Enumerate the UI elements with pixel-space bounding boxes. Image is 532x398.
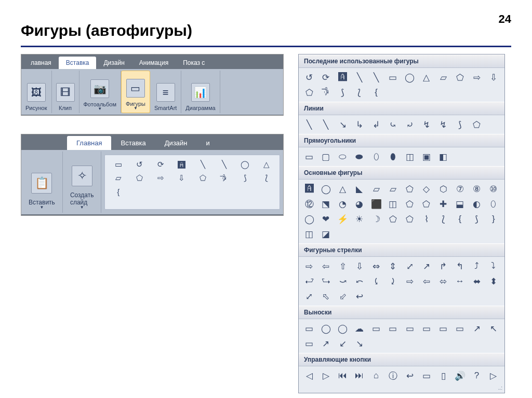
shape-item[interactable]: ⟳: [151, 158, 171, 171]
shape-item[interactable]: ⬯: [486, 197, 501, 211]
shape-item[interactable]: ◪: [318, 227, 333, 241]
shape-item[interactable]: △: [336, 182, 350, 196]
shape-item[interactable]: ⬠: [419, 197, 434, 211]
shape-item[interactable]: ⇨: [403, 275, 417, 288]
shape-item[interactable]: ⬭: [336, 150, 350, 163]
shape-item[interactable]: ⇔: [369, 259, 383, 273]
shape-item[interactable]: 🅰: [336, 71, 350, 84]
shape-item[interactable]: ↺: [302, 71, 316, 84]
shape-item[interactable]: ☀: [352, 212, 367, 226]
shape-item[interactable]: ◇: [419, 182, 434, 196]
ribbon-tool-фигуры[interactable]: ▭Фигуры▼: [121, 71, 150, 113]
shape-item[interactable]: ⬠: [129, 172, 150, 184]
shape-item[interactable]: ⟅: [256, 172, 276, 184]
shape-item[interactable]: ◧: [436, 150, 450, 163]
shape-item[interactable]: ▣: [419, 150, 434, 163]
ribbon-tool-диаграмма[interactable]: 📊Диаграмма: [181, 71, 220, 113]
shape-item[interactable]: ↲: [369, 118, 383, 131]
shape-item[interactable]: 🅰: [172, 158, 192, 171]
shape-item[interactable]: ▭: [385, 322, 400, 335]
shape-item[interactable]: ⬬: [352, 150, 367, 163]
shape-item[interactable]: ▱: [436, 71, 450, 84]
shape-item[interactable]: ↯: [419, 118, 434, 131]
shape-item[interactable]: ▭: [108, 158, 128, 171]
shape-item[interactable]: ⬯: [369, 150, 383, 163]
shape-item[interactable]: ▭: [436, 322, 450, 335]
shape-item[interactable]: ⤢: [302, 290, 316, 303]
shape-item[interactable]: ↯: [436, 118, 450, 131]
shape-item[interactable]: ⬔: [318, 197, 333, 211]
ribbon-tab[interactable]: и: [197, 136, 219, 150]
shape-item[interactable]: ╲: [318, 118, 333, 131]
shape-item[interactable]: ▱: [385, 182, 400, 196]
shape-item[interactable]: ⇩: [352, 259, 367, 273]
shape-item[interactable]: ▱: [108, 172, 128, 184]
shape-item[interactable]: ⬌: [470, 275, 484, 288]
shape-item[interactable]: ↘: [352, 337, 367, 350]
shape-item[interactable]: ⟅: [352, 86, 367, 99]
shape-item[interactable]: ◯: [318, 182, 333, 196]
shape-item[interactable]: ⬠: [403, 212, 417, 226]
shape-item[interactable]: ⬮: [385, 150, 400, 163]
ribbon-tool[interactable]: 📋Вставить▼: [21, 152, 63, 213]
shape-item[interactable]: ⑧: [470, 182, 484, 196]
shape-item[interactable]: ⇦: [419, 275, 434, 288]
shape-item[interactable]: ↗: [470, 322, 484, 335]
shape-item[interactable]: ◯: [235, 158, 256, 171]
shape-item[interactable]: ▭: [419, 369, 434, 382]
shape-item[interactable]: ↩: [403, 369, 417, 382]
shape-item[interactable]: ▱: [369, 182, 383, 196]
shape-item[interactable]: ⤺: [352, 275, 367, 288]
shape-item[interactable]: ◯: [318, 322, 333, 335]
shape-item[interactable]: ⬠: [453, 71, 467, 84]
ribbon-tab[interactable]: Показ с: [176, 57, 212, 69]
shape-item[interactable]: △: [419, 71, 434, 84]
shape-item[interactable]: ╲: [302, 118, 316, 131]
shape-item[interactable]: ▭: [302, 337, 316, 350]
shape-item[interactable]: ⏮: [336, 369, 350, 382]
shape-item[interactable]: ▭: [302, 322, 316, 335]
shape-item[interactable]: }: [486, 212, 501, 226]
shape-item[interactable]: ↗: [318, 337, 333, 350]
shape-item[interactable]: ೊ: [214, 172, 234, 184]
shape-item[interactable]: ⟆: [453, 118, 467, 131]
shape-item[interactable]: ▷: [486, 369, 501, 382]
shape-item[interactable]: ◯: [336, 322, 350, 335]
ribbon-tab[interactable]: лавная: [23, 57, 59, 69]
shape-item[interactable]: ▢: [318, 150, 333, 163]
shape-item[interactable]: ⬄: [436, 275, 450, 288]
shape-item[interactable]: ⟳: [318, 71, 333, 84]
shape-item[interactable]: ⤵: [486, 259, 501, 273]
shape-item[interactable]: ↘: [336, 118, 350, 131]
shape-item[interactable]: ⮐: [302, 275, 316, 288]
shape-item[interactable]: ╲: [193, 158, 213, 171]
shape-item[interactable]: ◫: [403, 150, 417, 163]
shape-item[interactable]: ╲: [369, 71, 383, 84]
shape-item[interactable]: ⑦: [453, 182, 467, 196]
shape-item[interactable]: ▭: [385, 71, 400, 84]
shape-item[interactable]: ⟆: [336, 86, 350, 99]
shape-item[interactable]: ⑩: [486, 182, 501, 196]
shape-item[interactable]: ⤢: [403, 259, 417, 273]
shape-item[interactable]: ╲: [352, 71, 367, 84]
shape-item[interactable]: ◕: [352, 197, 367, 211]
shape-item[interactable]: ⇨: [470, 71, 484, 84]
shape-item[interactable]: ⬡: [436, 182, 450, 196]
shape-item[interactable]: ⇩: [172, 172, 192, 184]
shape-item[interactable]: △: [256, 158, 276, 171]
shape-item[interactable]: ⬠: [470, 118, 484, 131]
shape-item[interactable]: ⬠: [403, 182, 417, 196]
shape-item[interactable]: 🔊: [453, 369, 467, 382]
ribbon-tab[interactable]: Вставка: [59, 57, 97, 69]
shape-item[interactable]: ⬠: [302, 86, 316, 99]
shape-item[interactable]: ◁: [302, 369, 316, 382]
shape-item[interactable]: ◐: [470, 197, 484, 211]
shape-item[interactable]: {: [108, 185, 128, 198]
shape-item[interactable]: ↱: [436, 259, 450, 273]
shape-item[interactable]: ⓘ: [385, 369, 400, 382]
shape-item[interactable]: ⑫: [302, 197, 316, 211]
shape-item[interactable]: ❤: [318, 212, 333, 226]
shape-item[interactable]: ⇧: [336, 259, 350, 273]
shape-item[interactable]: ⬃: [336, 290, 350, 303]
shape-item[interactable]: ⤻: [336, 275, 350, 288]
